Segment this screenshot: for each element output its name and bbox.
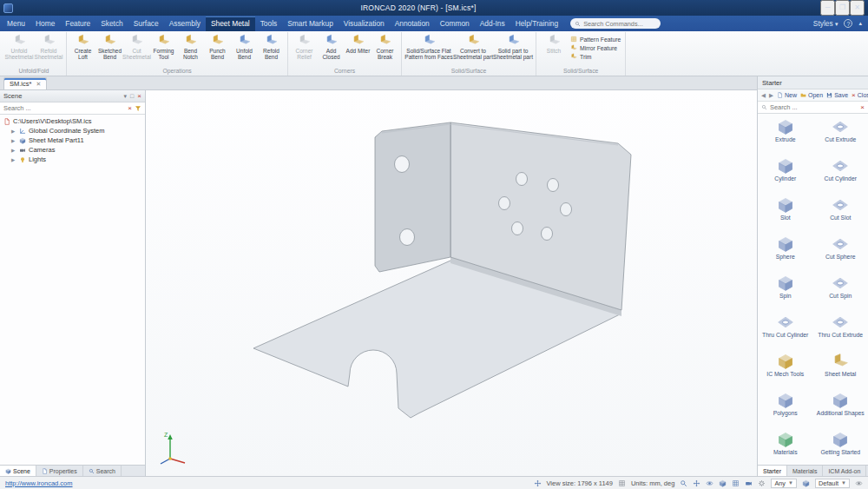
- catalog-item-sheet-metal[interactable]: Sheet Metal: [813, 350, 868, 389]
- tab-help-training[interactable]: Help/Training: [510, 17, 564, 31]
- catalog-item-cylinder[interactable]: Cylinder: [758, 155, 813, 194]
- catalog-search-clear-icon[interactable]: ×: [860, 103, 865, 111]
- cut-sheetmetal-button[interactable]: Cut Sheetmetal: [123, 33, 150, 60]
- catalog-item-ic-mech-tools[interactable]: IC Mech Tools: [758, 350, 813, 389]
- sheet-metal-part-3d[interactable]: [253, 122, 631, 418]
- convert-to-sheetmetal-button[interactable]: Convert to Sheetmetal part: [453, 33, 493, 60]
- tab-add-ins[interactable]: Add-Ins: [475, 17, 510, 31]
- tab-icm-add-on[interactable]: ICM Add-on: [823, 466, 866, 476]
- grid-toggle-icon[interactable]: [732, 479, 740, 487]
- ironcad-link[interactable]: http://www.ironcad.com: [5, 479, 73, 487]
- command-search-box[interactable]: [570, 18, 661, 29]
- bend-notch-button[interactable]: Bend Notch: [177, 33, 204, 60]
- unfold-bend-button[interactable]: Unfold Bend: [231, 33, 258, 60]
- create-loft-button[interactable]: Create Loft: [69, 33, 96, 60]
- scene-search-clear-icon[interactable]: ×: [128, 104, 132, 112]
- corner-break-button[interactable]: Corner Break: [372, 33, 398, 60]
- solid-part-to-sheetmetal-button[interactable]: Solid part to Sheetmetal part: [493, 33, 533, 60]
- document-tab[interactable]: SM.ics* ✕: [3, 77, 47, 89]
- punch-bend-button[interactable]: Punch Bend: [204, 33, 231, 60]
- refold-bend-button[interactable]: Refold Bend: [258, 33, 285, 60]
- tab-starter[interactable]: Starter: [758, 466, 787, 476]
- catalog-forward-icon[interactable]: ▶: [768, 92, 774, 99]
- catalog-item-polygons[interactable]: Polygons: [758, 389, 813, 428]
- panel-dock-icon[interactable]: ▾: [124, 93, 128, 100]
- panel-close-icon[interactable]: ×: [137, 92, 141, 100]
- trim-button[interactable]: Trim: [570, 53, 621, 60]
- scene-tree-item-global-coordinate-system[interactable]: ▶ Global Coordinate System: [0, 126, 145, 135]
- tab-sketch[interactable]: Sketch: [95, 17, 128, 31]
- scene-filter-button[interactable]: [135, 102, 141, 115]
- add-closed-button[interactable]: Add Closed: [318, 33, 345, 60]
- panel-float-icon[interactable]: □: [130, 93, 134, 99]
- tab-home[interactable]: Home: [30, 17, 60, 31]
- tab-scene[interactable]: Scene: [0, 466, 36, 476]
- refold-sheetmetal-button[interactable]: Refold Sheetmetal: [34, 33, 63, 60]
- catalog-item-cut-extrude[interactable]: Cut Extrude: [813, 116, 868, 155]
- render-style-dropdown[interactable]: Default ▼: [815, 479, 850, 488]
- tab-surface[interactable]: Surface: [128, 17, 164, 31]
- sketched-bend-button[interactable]: Sketched Bend: [96, 33, 123, 60]
- catalog-item-thru-cut-extrude[interactable]: Thru Cut Extrude: [813, 311, 868, 350]
- selection-filter-dropdown[interactable]: Any ▼: [771, 479, 797, 488]
- viewport-3d[interactable]: Z: [146, 90, 757, 476]
- tab-assembly[interactable]: Assembly: [164, 17, 206, 31]
- tab-materials[interactable]: Materials: [787, 466, 823, 476]
- expand-icon[interactable]: ▶: [11, 129, 16, 134]
- styles-dropdown[interactable]: Styles ▾: [813, 19, 838, 28]
- collapse-ribbon-icon[interactable]: ▴: [858, 20, 862, 27]
- mirror-feature-button[interactable]: Mirror Feature: [570, 44, 621, 51]
- catalog-close-button[interactable]: × Close: [851, 91, 868, 99]
- scene-tree-item-cameras[interactable]: ▶ Cameras: [0, 145, 145, 155]
- unfold-sheetmetal-button[interactable]: Unfold Sheetmetal: [4, 33, 34, 60]
- catalog-item-cut-spin[interactable]: Cut Spin: [813, 272, 868, 311]
- tab-properties[interactable]: Properties: [36, 466, 83, 476]
- close-button[interactable]: ✕: [850, 0, 865, 16]
- catalog-back-icon[interactable]: ◀: [760, 92, 766, 99]
- tab-common[interactable]: Common: [435, 17, 475, 31]
- expand-icon[interactable]: ▶: [11, 148, 16, 153]
- help-icon[interactable]: ?: [844, 19, 852, 28]
- corner-relief-button[interactable]: Corner Relief: [291, 33, 318, 60]
- pan-icon[interactable]: [693, 479, 700, 487]
- tab-visualization[interactable]: Visualization: [339, 17, 390, 31]
- catalog-item-spin[interactable]: Spin: [758, 272, 813, 311]
- catalog-item-slot[interactable]: Slot: [758, 194, 813, 233]
- view-cube-icon[interactable]: [719, 479, 727, 487]
- tab-annotation[interactable]: Annotation: [390, 17, 435, 31]
- zoom-icon[interactable]: [680, 479, 687, 487]
- tab-menu[interactable]: Menu: [2, 17, 30, 31]
- catalog-item-getting-started[interactable]: Getting Started: [813, 428, 868, 465]
- catalog-search-input[interactable]: [770, 103, 858, 111]
- flat-pattern-from-faces-button[interactable]: Solid/Surface Flat Pattern from Faces: [404, 33, 453, 60]
- minimize-button[interactable]: ─: [820, 0, 835, 16]
- catalog-item-thru-cut-cylinder[interactable]: Thru Cut Cylinder: [758, 311, 813, 350]
- catalog-new-button[interactable]: New: [776, 92, 798, 98]
- tab-tools[interactable]: Tools: [255, 17, 283, 31]
- tab-feature[interactable]: Feature: [60, 17, 95, 31]
- maximize-button[interactable]: ❐: [835, 0, 850, 16]
- settings-gear-icon[interactable]: [758, 479, 766, 487]
- catalog-item-sphere[interactable]: Sphere: [758, 233, 813, 272]
- catalog-item-cut-sphere[interactable]: Cut Sphere: [813, 233, 868, 272]
- forming-tool-button[interactable]: Forming Tool: [150, 33, 177, 60]
- stitch-button[interactable]: Stitch: [539, 33, 569, 54]
- catalog-item-materials[interactable]: Materials: [758, 428, 813, 465]
- expand-icon[interactable]: ▶: [11, 157, 16, 162]
- tab-smart-markup[interactable]: Smart Markup: [282, 17, 339, 31]
- expand-icon[interactable]: ▶: [11, 138, 16, 143]
- catalog-item-additional-shapes[interactable]: Additional Shapes: [813, 389, 868, 428]
- catalog-open-button[interactable]: Open: [799, 92, 824, 98]
- pattern-feature-button[interactable]: Pattern Feature: [570, 36, 621, 43]
- tab-sheet-metal[interactable]: Sheet Metal: [206, 17, 255, 31]
- scene-tree-root[interactable]: C:\Users\V\Desktop\SM.ics: [0, 116, 145, 126]
- orbit-icon[interactable]: [706, 479, 713, 487]
- display-mode-icon[interactable]: [802, 479, 810, 487]
- command-search-input[interactable]: [583, 20, 656, 28]
- statusbar-expand-icon[interactable]: [855, 479, 863, 487]
- add-miter-button[interactable]: Add Miter: [345, 33, 372, 54]
- catalog-item-cut-slot[interactable]: Cut Slot: [813, 194, 868, 233]
- catalog-save-button[interactable]: Save: [825, 92, 849, 98]
- catalog-item-extrude[interactable]: Extrude: [758, 116, 813, 155]
- tab-search[interactable]: Search: [83, 466, 122, 476]
